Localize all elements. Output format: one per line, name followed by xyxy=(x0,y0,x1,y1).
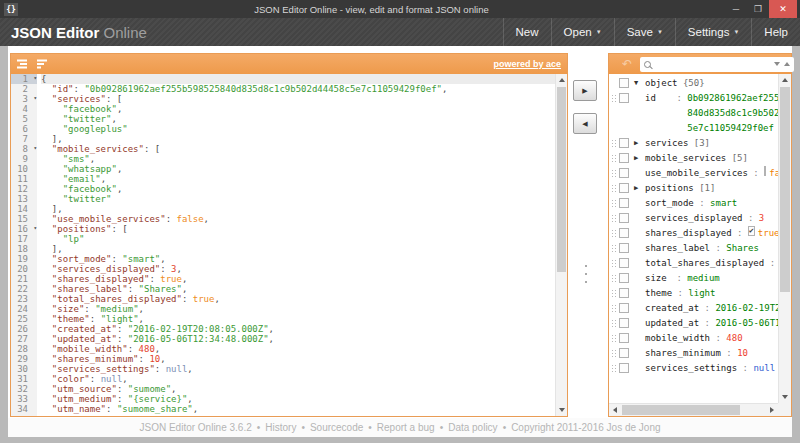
code-line[interactable]: "mobile_width": 480, xyxy=(41,344,555,354)
field-name[interactable]: size xyxy=(645,271,671,286)
field-value[interactable]: 10 xyxy=(737,346,778,361)
code-line[interactable]: ], xyxy=(41,134,555,144)
search-input[interactable] xyxy=(654,59,771,69)
field-name[interactable]: shares_minimum xyxy=(645,346,721,361)
maximize-button[interactable]: ❐ xyxy=(747,0,769,18)
code-line[interactable]: "twitter", xyxy=(41,114,555,124)
row-checkbox[interactable] xyxy=(619,153,629,163)
menu-settings[interactable]: Settings▼ xyxy=(675,18,752,46)
code-line[interactable]: "utm_medium": "{service}", xyxy=(41,394,555,404)
tree-vertical-scrollbar[interactable] xyxy=(778,74,791,403)
code-line[interactable]: "use_mobile_services": false, xyxy=(41,214,555,224)
code-line[interactable]: "whatsapp", xyxy=(41,164,555,174)
menu-open[interactable]: Open▼ xyxy=(551,18,614,46)
search-next-icon[interactable] xyxy=(774,62,780,66)
tree-row[interactable]: size : medium xyxy=(609,271,778,286)
code-line[interactable]: { xyxy=(41,74,555,84)
field-name[interactable]: services xyxy=(645,136,688,151)
row-checkbox[interactable] xyxy=(619,318,629,328)
scroll-down-icon[interactable] xyxy=(556,404,567,416)
scroll-up-icon[interactable] xyxy=(556,74,567,86)
code-line[interactable]: "lp" xyxy=(41,234,555,244)
drag-handle[interactable] xyxy=(609,301,619,316)
field-value[interactable]: true xyxy=(758,226,778,241)
code-line[interactable]: "size": "medium", xyxy=(41,304,555,314)
tree-row[interactable]: theme : light xyxy=(609,286,778,301)
close-button[interactable]: ✕ xyxy=(769,0,797,18)
drag-handle[interactable] xyxy=(609,241,619,256)
menu-save[interactable]: Save▼ xyxy=(614,18,675,46)
tree-row[interactable]: ▶mobile_services [5] xyxy=(609,151,778,166)
field-name[interactable]: mobile_services xyxy=(645,151,726,166)
row-checkbox[interactable] xyxy=(619,273,629,283)
tree-row[interactable]: shares_label : Shares xyxy=(609,241,778,256)
tree-row[interactable]: services_displayed : 3 xyxy=(609,211,778,226)
field-name[interactable]: services_displayed xyxy=(645,211,743,226)
footer-link[interactable]: History xyxy=(265,422,296,433)
field-name[interactable]: id xyxy=(645,91,671,106)
code-line[interactable]: "facebook", xyxy=(41,104,555,114)
field-name[interactable]: updated_at xyxy=(645,316,699,331)
field-name[interactable]: theme xyxy=(645,286,672,301)
footer-link[interactable]: Report a bug xyxy=(377,422,435,433)
collapse-icon[interactable]: ▼ xyxy=(634,76,645,91)
compact-json-icon[interactable] xyxy=(37,58,50,70)
powered-by-ace-link[interactable]: powered by ace xyxy=(493,59,561,69)
tree-row[interactable]: id : 0b092861962aef255b598525840d835d8c1… xyxy=(609,91,778,136)
scroll-right-icon[interactable] xyxy=(766,404,778,416)
drag-handle[interactable] xyxy=(609,256,619,271)
drag-handle[interactable] xyxy=(609,166,619,181)
row-checkbox[interactable] xyxy=(619,333,629,343)
drag-handle[interactable] xyxy=(609,91,619,136)
drag-handle[interactable] xyxy=(609,286,619,301)
code-line[interactable]: "shares_displayed": true, xyxy=(41,274,555,284)
drag-handle[interactable] xyxy=(609,196,619,211)
field-name[interactable]: total_shares_displayed xyxy=(645,256,764,271)
scrollbar-thumb[interactable] xyxy=(780,87,790,292)
code-line[interactable]: "facebook", xyxy=(41,184,555,194)
field-value[interactable]: light xyxy=(688,286,778,301)
panel-splitter-handle[interactable] xyxy=(585,265,588,289)
undo-icon[interactable]: ↶ xyxy=(622,58,632,70)
row-checkbox[interactable] xyxy=(619,138,629,148)
tree-row[interactable]: ▼object {50} xyxy=(609,76,778,91)
row-checkbox[interactable] xyxy=(619,93,629,103)
field-value[interactable]: 0b092861962aef255b598525840d835d8c1c9b50… xyxy=(687,91,778,136)
field-name[interactable]: object xyxy=(645,76,678,91)
code-line[interactable]: "googleplus" xyxy=(41,124,555,134)
code-line[interactable]: "sms", xyxy=(41,154,555,164)
row-checkbox[interactable] xyxy=(619,303,629,313)
field-name[interactable]: use_mobile_services xyxy=(645,166,748,181)
tree-row[interactable]: shares_minimum : 10 xyxy=(609,346,778,361)
field-value[interactable]: 480 xyxy=(726,331,778,346)
code-line[interactable]: "twitter" xyxy=(41,194,555,204)
tree-row[interactable]: ▶positions [1] xyxy=(609,181,778,196)
row-checkbox[interactable] xyxy=(619,168,629,178)
field-value[interactable]: Shares xyxy=(726,241,778,256)
tree-row[interactable]: shares_displayed : ✔true xyxy=(609,226,778,241)
row-checkbox[interactable] xyxy=(619,288,629,298)
field-value[interactable]: smart xyxy=(710,196,778,211)
code-line[interactable]: "shares_minimum": 10, xyxy=(41,354,555,364)
field-name[interactable]: services_settings xyxy=(645,361,737,376)
code-line[interactable]: "positions": [ xyxy=(41,224,555,234)
field-value[interactable]: null xyxy=(753,361,778,376)
row-checkbox[interactable] xyxy=(619,183,629,193)
field-name[interactable]: mobile_width xyxy=(645,331,710,346)
code-line[interactable]: ], xyxy=(41,244,555,254)
tree-row[interactable]: sort_mode : smart xyxy=(609,196,778,211)
row-checkbox[interactable] xyxy=(619,348,629,358)
scrollbar-thumb[interactable] xyxy=(622,405,740,415)
row-checkbox[interactable] xyxy=(619,78,629,88)
expand-icon[interactable]: ▶ xyxy=(634,151,645,166)
code-editor[interactable]: 1▾23▾45678▾910111213141516▾1718192021222… xyxy=(11,74,567,416)
code-line[interactable]: "utm_source": "sumome", xyxy=(41,384,555,394)
code-line[interactable]: "created_at": "2016-02-19T20:08:05.000Z"… xyxy=(41,324,555,334)
tree-row[interactable]: total_shares_displayed : ✔true xyxy=(609,256,778,271)
copy-to-code-button[interactable]: ◀ xyxy=(573,113,597,134)
code-line[interactable]: "theme": "light", xyxy=(41,314,555,324)
menu-help[interactable]: Help xyxy=(751,18,800,46)
tree-row[interactable]: mobile_width : 480 xyxy=(609,331,778,346)
field-name[interactable]: created_at xyxy=(645,301,699,316)
row-checkbox[interactable] xyxy=(619,363,629,373)
